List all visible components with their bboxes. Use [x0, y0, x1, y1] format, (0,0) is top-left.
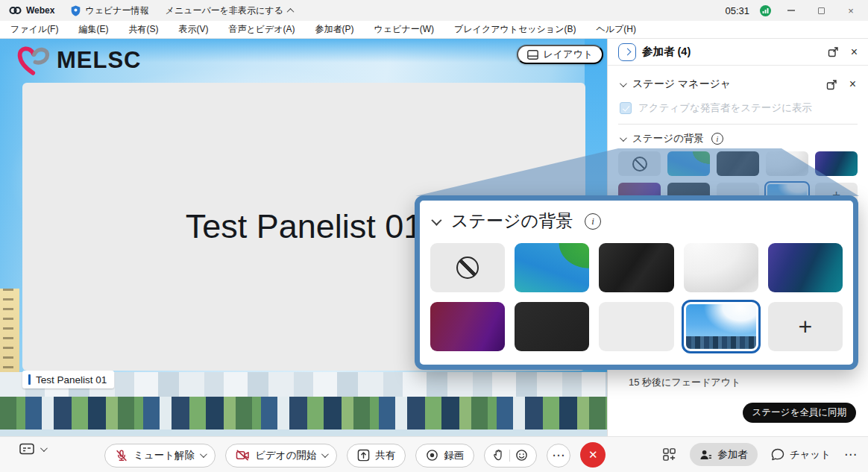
chevron-down-icon [620, 80, 627, 87]
record-label: 録画 [444, 449, 464, 462]
captions-button[interactable] [19, 443, 45, 456]
menu-item[interactable]: ウェビナー(W) [374, 23, 434, 36]
heart-logo-icon [16, 45, 51, 76]
close-button[interactable]: × [841, 3, 861, 18]
active-speaker-row[interactable]: アクティブな発言者をステージに表示 [608, 97, 868, 124]
menu-item[interactable]: 音声とビデオ(A) [228, 23, 295, 36]
divider [618, 124, 858, 125]
menu-item[interactable]: 参加者(P) [315, 23, 354, 36]
popout-icon[interactable] [826, 79, 837, 90]
restore-button[interactable] [811, 3, 831, 18]
swatch-none[interactable] [618, 151, 661, 176]
chevron-down-icon [200, 450, 207, 458]
more-options-button[interactable] [547, 444, 570, 468]
swatch-add[interactable] [768, 302, 843, 351]
swatch-purple-teal-gradient[interactable] [815, 151, 858, 176]
swatch-purple-teal-gradient[interactable] [768, 243, 843, 292]
chevron-down-icon [620, 134, 627, 142]
minimize-button[interactable] [781, 3, 801, 18]
menu-item[interactable]: ファイル(F) [10, 23, 58, 36]
chevron-down-icon [40, 444, 48, 452]
popup-swatch-grid [420, 237, 853, 357]
menu-item[interactable]: ブレイクアウトセッション(B) [454, 23, 576, 36]
swatch-green-blue-gradient[interactable] [515, 243, 589, 292]
stage-background-title: ステージの背景 [632, 132, 704, 145]
control-bar: ミュート解除 ビデオの開始 共有 録画 [0, 436, 868, 472]
swatch-cityscape[interactable] [684, 302, 758, 351]
webinar-info-button[interactable]: ウェビナー情報 [71, 4, 148, 17]
leave-meeting-button[interactable]: ✕ [580, 442, 606, 468]
swatch-silver[interactable] [684, 243, 758, 292]
close-section-icon[interactable]: × [849, 78, 856, 90]
hide-menubar-button[interactable]: メニューバーを非表示にする [166, 4, 293, 17]
layout-button[interactable]: レイアウト [517, 45, 603, 64]
stage-manager-title: ステージ マネージャ [632, 78, 731, 91]
participants-title: 参加者 (4) [642, 45, 691, 59]
chat-button[interactable]: チャット [771, 448, 831, 462]
fadeout-note: 15 秒後にフェードアウト [629, 376, 740, 389]
mic-muted-icon [115, 449, 128, 462]
participants-button[interactable]: 参加者 [690, 443, 758, 466]
swatch-green-blue-gradient[interactable] [667, 151, 710, 176]
brand-logo: MELSC [16, 45, 142, 76]
panel-header: 参加者 (4) × [608, 39, 868, 66]
checked-checkbox-icon[interactable] [620, 102, 632, 114]
chevron-down-icon [431, 215, 441, 225]
chat-bubble-icon [771, 448, 784, 461]
divider [509, 450, 510, 462]
share-button[interactable]: 共有 [347, 444, 406, 468]
menubar: ファイル(F)編集(E)共有(S)表示(V)音声とビデオ(A)参加者(P)ウェビ… [0, 21, 868, 39]
menu-item[interactable]: ヘルプ(H) [596, 23, 636, 36]
webex-window: Webex ウェビナー情報 メニューバーを非表示にする 05:31 × ファイル… [0, 0, 868, 472]
sync-stage-button[interactable]: ステージを全員に同期 [743, 403, 856, 423]
start-video-button[interactable]: ビデオの開始 [225, 444, 337, 468]
connection-quality-icon [760, 5, 771, 16]
layout-icon [527, 50, 538, 60]
popout-icon[interactable] [828, 46, 839, 57]
swatch-none[interactable] [430, 243, 505, 292]
chat-label: チャット [790, 448, 831, 462]
record-icon [426, 449, 438, 462]
more-panels-icon[interactable] [844, 447, 858, 462]
more-icon [552, 447, 565, 463]
stage-manager-header[interactable]: ステージ マネージャ × [608, 72, 868, 97]
close-panel-icon[interactable]: × [851, 46, 858, 58]
swatch-black-wave[interactable] [717, 151, 759, 176]
closed-captions-icon [19, 443, 34, 456]
share-screen-icon [357, 449, 370, 462]
unmute-button[interactable]: ミュート解除 [104, 444, 216, 468]
menu-item[interactable]: 共有(S) [128, 23, 158, 36]
swatch-black-wave[interactable] [599, 243, 673, 292]
participant-display-name: Test Panelist 01 [186, 207, 423, 246]
share-label: 共有 [375, 449, 395, 462]
raise-hand-icon[interactable] [493, 449, 504, 462]
speaker-bar-icon [28, 374, 31, 385]
hide-menubar-label: メニューバーを非表示にする [166, 4, 283, 17]
chevron-down-icon [321, 450, 329, 458]
name-badge: Test Panelist 01 [22, 371, 114, 388]
brand-name: MELSC [57, 47, 142, 74]
info-icon[interactable]: i [585, 213, 601, 230]
participants-icon [699, 449, 712, 461]
shield-info-icon [71, 5, 81, 16]
reactions-group [484, 444, 537, 468]
unmute-label: ミュート解除 [133, 449, 195, 462]
popup-header: ステージの背景 i [420, 201, 853, 237]
name-badge-label: Test Panelist 01 [36, 374, 107, 386]
menu-item[interactable]: 編集(E) [78, 23, 108, 36]
stage-background-popup: ステージの背景 i [415, 195, 858, 370]
swatch-light[interactable] [599, 302, 673, 351]
camera-off-icon [236, 449, 250, 462]
info-icon[interactable]: i [711, 133, 723, 145]
record-button[interactable]: 録画 [415, 444, 474, 468]
menu-item[interactable]: 表示(V) [178, 23, 208, 36]
swatch-dark[interactable] [515, 302, 589, 351]
swatch-red-purple-gradient[interactable] [430, 302, 505, 351]
app-name: Webex [26, 5, 54, 16]
reactions-smiley-icon[interactable] [515, 449, 528, 462]
stage-background-header[interactable]: ステージの背景 i [608, 128, 868, 150]
participants-label: 参加者 [717, 448, 748, 462]
apps-icon[interactable] [662, 447, 676, 462]
collapse-panel-button[interactable] [618, 43, 636, 61]
swatch-silver[interactable] [766, 151, 808, 176]
